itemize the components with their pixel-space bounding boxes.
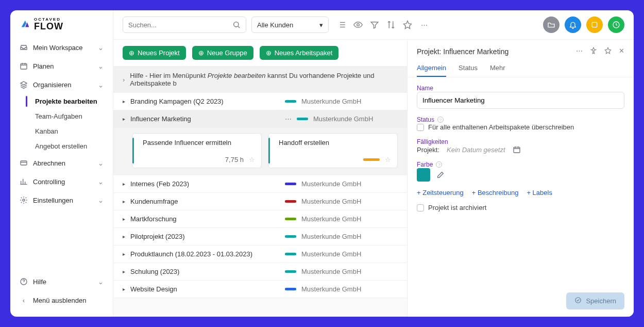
nav-kanban[interactable]: Kanban [35,124,113,139]
search-input-wrap[interactable] [123,17,246,33]
logo: OCTAVED FLOW [10,18,113,38]
project-row[interactable]: ▸Produktlaunch (18.02.2023 - 01.03.2023)… [113,246,407,263]
workpackage-card[interactable]: Passende Influencer ermitteln7,75 h☆ [132,133,262,168]
status-label: Status ? [417,116,624,123]
more-icon[interactable]: ⋯ [576,47,583,56]
details-header: Projekt: Influencer Marketing ⋯ ✕ [408,40,634,60]
workpackage-card[interactable]: Handoff erstellen☆ [268,133,398,168]
project-row[interactable]: ▸MartkforschungMusterkunde GmbH [113,210,407,228]
archived-row[interactable]: Projekt ist archiviert [417,204,624,211]
project-color-bar [285,218,296,220]
project-customer: Musterkunde GmbH [301,215,361,223]
archived-checkbox[interactable] [417,204,424,211]
note-button[interactable] [586,17,603,33]
calendar-icon [20,62,28,70]
project-name: Martkforschung [130,215,280,223]
details-actions: ⋯ ✕ [576,47,624,56]
svg-rect-6 [592,22,597,27]
tab-status[interactable]: Status [459,60,478,77]
nav-controlling[interactable]: Controlling ⌄ [10,172,113,191]
new-project-button[interactable]: ⊕ Neues Projekt [123,46,186,60]
project-row[interactable]: ▸Pilotprojekt (2023)Musterkunde GmbH [113,228,407,246]
chevron-down-icon: ⌄ [98,44,104,52]
nav-organize[interactable]: Organisieren ⌃ [10,75,113,94]
help-icon [20,277,28,286]
save-button[interactable]: Speichern [566,292,624,309]
nav-edit-projects[interactable]: Projekte bearbeiten [35,94,113,109]
project-name: Pilotprojekt (2023) [130,233,280,240]
eye-icon[interactable] [353,20,363,29]
tab-general[interactable]: Allgemein [417,60,446,77]
nav-settings[interactable]: Einstellungen ⌄ [10,191,113,209]
nav-help[interactable]: Hilfe ⌄ [10,272,113,291]
svg-rect-0 [21,63,27,69]
project-color-bar [285,288,296,290]
project-row[interactable]: ▸Website DesignMusterkunde GmbH [113,281,407,298]
project-customer: Musterkunde GmbH [301,198,361,205]
chevron-down-icon: ⌄ [98,278,104,286]
project-name: Produktlaunch (18.02.2023 - 01.03.2023) [130,250,280,258]
chevron-right-icon[interactable]: › [123,76,125,84]
star-icon[interactable] [403,20,412,29]
row-more-icon[interactable]: ⋯ [285,115,292,123]
brand-big: FLOW [34,22,63,31]
name-label: Name [417,85,624,92]
nav-help-label: Hilfe [33,278,46,286]
add-time[interactable]: + Zeitsteuerung [417,189,464,197]
search-input[interactable] [128,21,232,29]
bell-button[interactable] [565,17,581,33]
new-workpackage-button[interactable]: ⊕ Neues Arbeitspaket [260,46,339,60]
details-panel: Projekt: Influencer Marketing ⋯ ✕ Allgem… [407,40,634,317]
project-row[interactable]: ▸Schulung (2023)Musterkunde GmbH [113,263,407,281]
nav-billing[interactable]: Abrechnen ⌄ [10,154,113,172]
star-icon[interactable] [604,47,612,56]
add-labels[interactable]: + Labels [527,189,552,197]
project-list-area: ⊕ Neues Projekt ⊕ Neue Gruppe ⊕ Neues Ar… [113,40,407,317]
tab-more[interactable]: Mehr [490,60,505,77]
color-swatch[interactable] [417,168,430,182]
filter-icon[interactable] [370,20,379,29]
svg-point-4 [234,22,239,27]
star-icon[interactable]: ☆ [385,156,391,164]
calendar-icon[interactable] [513,145,521,154]
info-icon[interactable]: ? [436,161,442,168]
folder-button[interactable] [543,17,560,33]
nav-workspace[interactable]: Mein Workspace ⌄ [10,38,113,57]
name-input[interactable] [417,92,624,109]
list-icon[interactable] [337,20,346,29]
nav-team-tasks[interactable]: Team-Aufgaben [35,109,113,124]
customer-dropdown[interactable]: Alle Kunden ▾ [251,17,329,33]
chevron-up-icon: ⌃ [98,81,104,89]
project-customer: Musterkunde GmbH [301,233,361,240]
close-icon[interactable]: ✕ [619,47,624,56]
add-desc[interactable]: + Beschreibung [472,189,519,197]
nav-billing-label: Abrechnen [33,159,65,167]
status-override-checkbox[interactable] [417,124,424,131]
project-name: Branding Kampagen (Q2 2023) [130,97,280,105]
more-icon[interactable]: ⋯ [419,20,429,29]
project-row[interactable]: ▸Internes (Feb 2023)Musterkunde GmbH [113,175,407,193]
search-icon [232,21,241,29]
project-list: ▸Branding Kampagen (Q2 2023)Musterkunde … [113,93,407,317]
nav-create-quote[interactable]: Angebot erstellen [35,139,113,154]
pin-icon[interactable] [590,47,597,56]
nav-organize-sub: Projekte bearbeiten Team-Aufgaben Kanban… [10,94,113,154]
save-label: Speichern [586,297,616,305]
clock-button[interactable] [608,17,624,33]
status-override-row[interactable]: Für alle enthaltenen Arbeitspakete übers… [417,123,624,131]
topbar: Alle Kunden ▾ ⋯ [113,10,634,40]
project-row[interactable]: ▸Influencer Marketing⋯Musterkunde GmbH [113,110,407,128]
new-group-button[interactable]: ⊕ Neue Gruppe [192,46,253,60]
sort-icon[interactable] [386,20,396,29]
nav-hide-menu-label: Menü ausblenden [33,297,86,304]
triangle-right-icon: ▸ [123,199,125,204]
edit-icon[interactable] [436,171,445,179]
star-icon[interactable]: ☆ [249,156,255,164]
nav-hide-menu[interactable]: ‹ Menü ausblenden [10,291,113,309]
nav-plan[interactable]: Planen ⌄ [10,57,113,75]
project-row[interactable]: ▸KundenumfrageMusterkunde GmbH [113,193,407,210]
project-row[interactable]: ▸Branding Kampagen (Q2 2023)Musterkunde … [113,93,407,110]
color-row [417,168,624,182]
info-icon[interactable]: ? [437,117,444,123]
chevron-down-icon: ⌄ [98,159,104,167]
